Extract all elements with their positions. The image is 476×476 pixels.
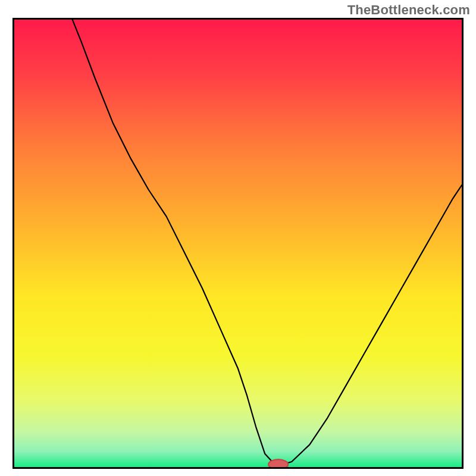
- plot-svg: [14, 20, 462, 467]
- watermark-text: TheBottleneck.com: [347, 2, 470, 18]
- heat-background: [14, 20, 462, 467]
- plot-frame: [12, 18, 464, 469]
- chart-container: TheBottleneck.com: [0, 0, 476, 476]
- optimal-point-marker: [268, 459, 288, 467]
